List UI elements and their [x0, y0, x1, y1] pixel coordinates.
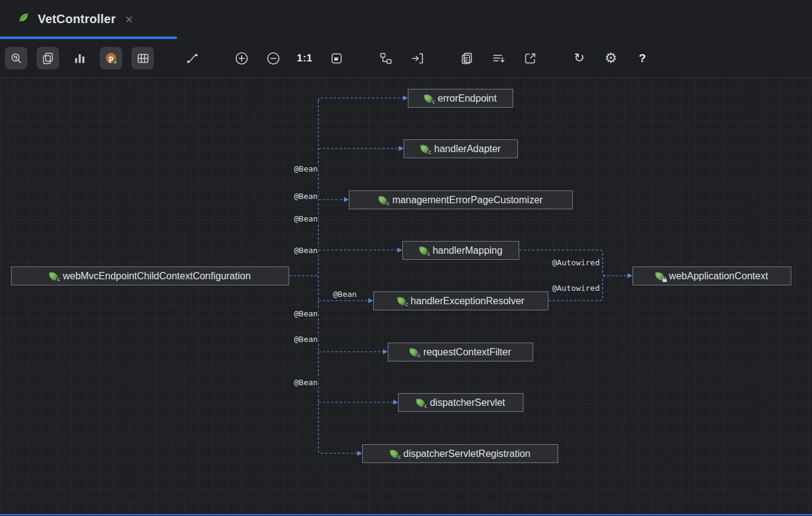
editor-tab-bar: VetController [0, 0, 812, 39]
class-badge-icon: c [397, 455, 401, 460]
bean-label: dispatcherServlet [430, 397, 505, 408]
fit-content-icon [329, 51, 344, 66]
class-badge-icon: c [56, 277, 60, 282]
help-icon: ? [639, 52, 646, 65]
window-accent-bar [0, 514, 812, 515]
bean-node-requestContextFilter[interactable]: crequestContextFilter [388, 343, 533, 361]
bean-label: handlerMapping [433, 245, 503, 256]
settings-button[interactable]: ⚙ [600, 47, 622, 69]
bean-node-errorEndpoint[interactable]: cerrorEndpoint [408, 89, 513, 108]
bean-label: handlerAdapter [434, 144, 500, 155]
class-badge-icon: c [404, 302, 408, 307]
bean-class-lock-icon [656, 271, 665, 281]
spring-prototype-filter-button[interactable]: p [100, 47, 122, 69]
spring-leaf-icon [17, 12, 30, 27]
bean-node-handlerExceptionResolver[interactable]: chandlerExceptionResolver [373, 291, 548, 310]
bean-class-icon: c [419, 246, 428, 255]
fit-content-button[interactable] [325, 47, 348, 69]
class-badge-icon: c [427, 150, 432, 155]
bean-node-dispatcherServletRegistration[interactable]: cdispatcherServletRegistration [362, 444, 558, 463]
class-badge-icon: c [431, 99, 435, 105]
statistics-button[interactable] [68, 47, 91, 69]
edge-annotation-label: @Bean [293, 191, 318, 201]
bean-node-dispatcherServlet[interactable]: cdispatcherServlet [398, 393, 523, 412]
bean-class-icon: c [397, 296, 406, 305]
copy-diagram-button[interactable] [37, 47, 59, 69]
svg-text:p: p [108, 53, 113, 62]
bean-class-icon: c [379, 195, 388, 204]
diagram-toolbar: p [0, 39, 812, 78]
export-icon [523, 51, 537, 66]
node-details-button[interactable] [487, 47, 509, 69]
actual-size-label: 1:1 [296, 52, 312, 64]
edge-annotation-label: @Autowired [551, 283, 600, 293]
arrow-bracket-icon [410, 51, 425, 66]
bean-label: webApplicationContext [669, 271, 768, 282]
bean-node-handlerMapping[interactable]: chandlerMapping [402, 241, 519, 260]
documentation-button[interactable] [455, 47, 478, 69]
bean-class-icon: c [416, 398, 425, 407]
edge-annotation-label: @Autowired [551, 257, 600, 268]
export-diagram-button[interactable] [519, 47, 541, 69]
focus-selected-node-button[interactable] [5, 47, 27, 69]
diagram-canvas[interactable]: cwebMvcEndpointChildContextConfiguration… [0, 78, 812, 514]
grid-icon [136, 51, 150, 66]
tab-close-icon[interactable] [123, 13, 135, 26]
zoom-in-button[interactable] [230, 47, 253, 69]
bean-class-icon: c [390, 449, 399, 458]
bean-label: dispatcherServletRegistration [404, 448, 531, 459]
tab-title: VetController [38, 12, 116, 26]
class-badge-icon: c [416, 353, 421, 358]
zoom-in-icon [234, 51, 250, 66]
apply-layout-button[interactable] [374, 47, 397, 69]
edge-annotation-label: @Bean [293, 309, 318, 319]
bean-label: requestContextFilter [423, 347, 511, 358]
prototype-scope-icon: p [104, 51, 119, 66]
tab-vetcontroller[interactable]: VetController [0, 0, 146, 38]
refresh-button[interactable]: ↻ [568, 47, 590, 69]
class-badge-icon: c [426, 251, 430, 257]
edge-annotation-label: @Bean [293, 377, 318, 388]
edge-annotation-label: @Bean [332, 289, 357, 299]
bean-label: errorEndpoint [438, 93, 497, 104]
documents-icon [460, 51, 474, 66]
bean-class-icon: c [424, 94, 433, 103]
show-dependencies-button[interactable] [181, 47, 203, 69]
bar-chart-icon [72, 51, 87, 66]
class-badge-icon: c [423, 403, 427, 409]
connector-icon [185, 51, 200, 66]
bean-label: managementErrorPageCustomizer [392, 195, 542, 206]
hierarchy-icon [379, 51, 393, 66]
bean-node-managementErrorPageCustomizer[interactable]: cmanagementErrorPageCustomizer [349, 190, 573, 209]
grid-view-button[interactable] [131, 47, 154, 69]
edge-annotation-label: @Bean [293, 214, 318, 224]
bean-class-icon: c [421, 144, 430, 153]
help-button[interactable]: ? [631, 47, 654, 69]
bean-label: handlerExceptionResolver [411, 296, 525, 307]
copy-icon [41, 51, 55, 66]
bean-node-handlerAdapter[interactable]: chandlerAdapter [404, 139, 518, 158]
edge-annotation-label: @Bean [293, 245, 318, 256]
bean-label: webMvcEndpointChildContextConfiguration [63, 271, 251, 282]
zoom-out-icon [265, 51, 281, 66]
bean-class-icon: c [49, 271, 58, 281]
edge-annotation-label: @Bean [293, 164, 318, 174]
bean-class-icon: c [410, 347, 419, 357]
edge-annotation-label: @Bean [293, 334, 318, 344]
bean-node-webMvcEndpointChildContextConfiguration[interactable]: cwebMvcEndpointChildContextConfiguration [11, 267, 289, 285]
magnifier-icon [9, 51, 24, 66]
class-badge-icon: c [385, 201, 390, 206]
bean-node-webApplicationContext[interactable]: webApplicationContext [632, 267, 791, 285]
diagram-nodes-layer: cwebMvcEndpointChildContextConfiguration… [0, 78, 812, 514]
refresh-icon: ↻ [574, 52, 585, 64]
jump-to-node-button[interactable] [406, 47, 429, 69]
active-tab-underline [0, 37, 177, 39]
list-sort-icon [491, 51, 506, 66]
zoom-out-button[interactable] [262, 47, 284, 69]
lock-badge-icon [663, 279, 667, 282]
actual-size-button[interactable]: 1:1 [293, 47, 316, 69]
gear-icon: ⚙ [604, 51, 617, 65]
